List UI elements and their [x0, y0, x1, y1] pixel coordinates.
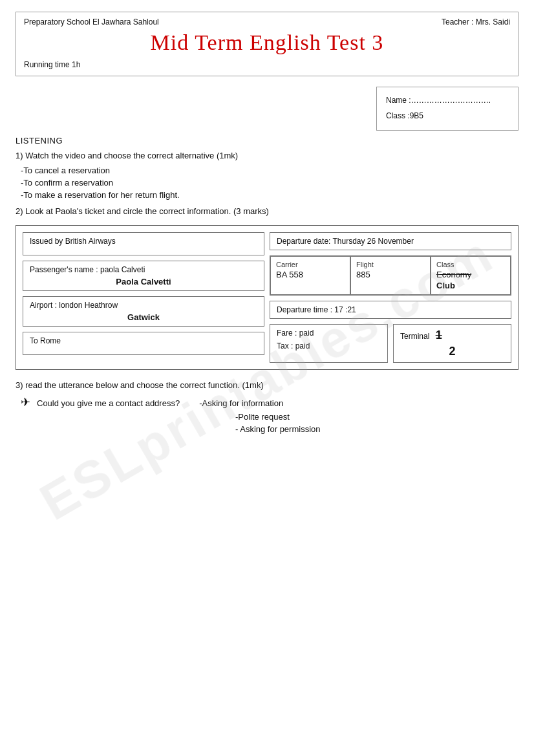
fare-label: Fare : paid — [277, 329, 381, 338]
class-label: Class — [436, 261, 505, 268]
header-box: Preparatory School El Jawhara Sahloul Te… — [16, 12, 518, 76]
flight-cell: Flight 885 — [350, 256, 431, 295]
q3-text: 3) read the utterance below and choose t… — [16, 380, 518, 390]
flight-label: Flight — [356, 261, 425, 268]
departure-date-cell: Departure date: Thursday 26 November — [270, 232, 511, 250]
header-top-row: Preparatory School El Jawhara Sahloul Te… — [24, 17, 510, 27]
airport-label: Airport : london Heathrow — [30, 301, 257, 310]
passenger-label: Passenger's name : paola Calveti — [30, 265, 257, 274]
q3-quote: Could you give me a contact address? — [37, 398, 180, 408]
departure-time-cell: Departure time : 17 :21 — [270, 301, 511, 319]
listening-label: LISTENING — [16, 136, 518, 146]
carrier-label: Carrier — [276, 261, 345, 268]
q1-option-1: -To cancel a reservation — [21, 166, 518, 175]
class-value-strike: Economy — [436, 270, 505, 279]
carrier-cell: Carrier BA 558 — [270, 256, 350, 295]
terminal-label: Terminal — [400, 332, 429, 341]
fare-terminal-row: Fare : paid Tax : paid Terminal 1 2 — [270, 324, 511, 363]
q3-option-1: -Asking for information — [199, 398, 283, 408]
running-time: Running time 1h — [24, 60, 510, 69]
name-class-container: Name :…………………………. Class :9B5 — [16, 87, 518, 131]
airport-cell: Airport : london Heathrow Gatwick — [23, 296, 264, 327]
tax-label: Tax : paid — [277, 341, 381, 351]
ticket-left: Issued by British Airways Passenger's na… — [23, 232, 264, 363]
departure-time-text: Departure time : 17 :21 — [277, 305, 356, 314]
q3-option-2: -Polite request — [235, 412, 518, 422]
flight-info-grid: Carrier BA 558 Flight 885 Class Economy … — [270, 255, 511, 296]
terminal-value-correct: 2 — [400, 345, 504, 358]
passenger-cell: Passenger's name : paola Calveti Paola C… — [23, 261, 264, 291]
name-field: Name :…………………………. — [386, 92, 509, 108]
q1-option-3: -To make a reservation for her return fl… — [21, 190, 518, 200]
name-class-box: Name :…………………………. Class :9B5 — [376, 87, 518, 131]
destination-label: To Rome — [30, 336, 257, 345]
passenger-correct-name: Paola Calvetti — [30, 277, 257, 286]
flight-value: 885 — [356, 270, 425, 279]
q1-option-2: -To confirm a reservation — [21, 178, 518, 188]
q3-icon: ✈ — [21, 395, 30, 409]
page-title: Mid Term English Test 3 — [24, 30, 510, 55]
q3-options-block: -Polite request - Asking for permission — [235, 412, 518, 434]
q1-text: 1) Watch the video and choose the correc… — [16, 151, 518, 160]
issued-by-cell: Issued by British Airways — [23, 232, 264, 255]
teacher-name: Teacher : Mrs. Saidi — [442, 17, 510, 27]
ticket-grid: Issued by British Airways Passenger's na… — [23, 232, 511, 363]
class-value-correct: Club — [436, 281, 505, 290]
issued-by-text: Issued by British Airways — [30, 237, 116, 246]
section3: 3) read the utterance below and choose t… — [16, 380, 518, 434]
departure-date-text: Departure date: Thursday 26 November — [277, 237, 414, 246]
terminal-value-strike: 1 — [436, 329, 442, 341]
destination-cell: To Rome — [23, 332, 264, 355]
class-field: Class :9B5 — [386, 108, 509, 124]
fare-cell: Fare : paid Tax : paid — [270, 324, 388, 363]
terminal-cell: Terminal 1 2 — [393, 324, 511, 363]
ticket-box: Issued by British Airways Passenger's na… — [16, 225, 518, 370]
ticket-right: Departure date: Thursday 26 November Car… — [270, 232, 511, 363]
q2-text: 2) Look at Paola's ticket and circle the… — [16, 206, 518, 216]
q3-option-3: - Asking for permission — [235, 424, 518, 434]
q3-utterance-row: ✈ Could you give me a contact address? -… — [21, 395, 518, 409]
airport-correct: Gatwick — [30, 312, 257, 322]
class-cell: Class Economy Club — [431, 256, 511, 295]
carrier-value: BA 558 — [276, 270, 345, 279]
school-name: Preparatory School El Jawhara Sahloul — [24, 17, 159, 27]
